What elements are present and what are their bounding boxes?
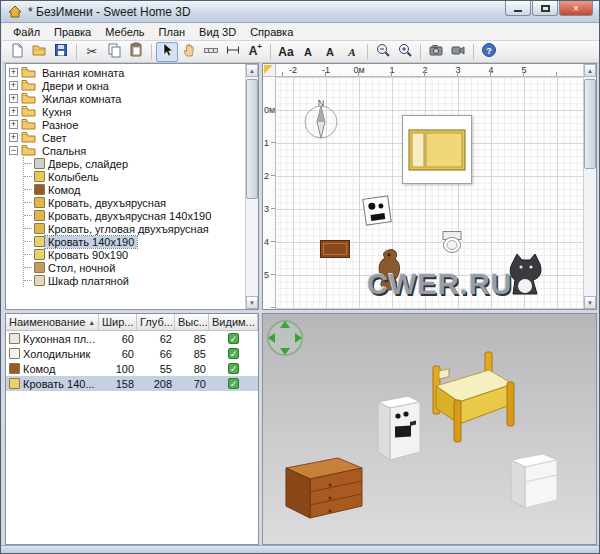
catalog-category[interactable]: +Двери и окна bbox=[9, 79, 245, 92]
create-photo-button[interactable] bbox=[425, 42, 447, 62]
horizontal-splitter[interactable] bbox=[5, 310, 259, 313]
column-header[interactable]: Глуб... bbox=[137, 314, 175, 330]
menu-3[interactable]: Мебель bbox=[98, 24, 151, 40]
catalog-item[interactable]: Кровать, двухъярусная 140x190 bbox=[24, 209, 245, 222]
furniture-height-cell: 85 bbox=[175, 333, 209, 345]
catalog-item[interactable]: Колыбель bbox=[24, 170, 245, 183]
furniture-thumbnail-icon bbox=[34, 262, 45, 273]
view-3d-panel[interactable] bbox=[262, 313, 597, 545]
collapse-icon[interactable]: − bbox=[9, 146, 18, 155]
catalog-category-label: Спальня bbox=[39, 145, 89, 157]
plan-scrollbar[interactable]: ▲ ▼ bbox=[583, 64, 596, 309]
pan-tool-button[interactable] bbox=[178, 42, 200, 62]
table-row[interactable]: Комод1005580✓ bbox=[6, 361, 258, 376]
catalog-item[interactable]: Шкаф платяной bbox=[24, 274, 245, 287]
stove-plan-item[interactable] bbox=[362, 195, 392, 225]
svg-text:+: + bbox=[257, 42, 262, 51]
italic-button[interactable]: А bbox=[341, 42, 363, 62]
column-header[interactable]: Выс... bbox=[175, 314, 209, 330]
scroll-down-icon[interactable]: ▼ bbox=[246, 296, 258, 309]
furniture-visible-cell[interactable]: ✓ bbox=[209, 363, 258, 374]
watermark-cat-icon bbox=[503, 252, 547, 300]
table-row[interactable]: Кровать 140...15820870✓ bbox=[6, 376, 258, 391]
svg-text:?: ? bbox=[486, 46, 492, 56]
catalog-category[interactable]: +Жилая комната bbox=[9, 92, 245, 105]
furniture-visible-cell[interactable]: ✓ bbox=[209, 333, 258, 344]
catalog-category[interactable]: −Спальня bbox=[9, 144, 245, 157]
help-button[interactable]: ? bbox=[478, 42, 500, 62]
paste-button[interactable] bbox=[125, 42, 147, 62]
catalog-item[interactable]: Дверь, слайдер bbox=[24, 157, 245, 170]
column-header[interactable]: Наименование▲ bbox=[6, 314, 99, 330]
decrease-text-size-button[interactable]: А bbox=[297, 42, 319, 62]
scrollbar-thumb[interactable] bbox=[246, 79, 258, 199]
zoom-in-icon bbox=[397, 42, 413, 61]
expand-icon[interactable]: + bbox=[9, 68, 18, 77]
table-header-row: Наименование▲Шир...Глуб...Выс...Видим... bbox=[6, 314, 258, 331]
expand-icon[interactable]: + bbox=[9, 81, 18, 90]
table-row[interactable]: Холодильник606685✓ bbox=[6, 346, 258, 361]
catalog-scrollbar[interactable]: ▲ ▼ bbox=[245, 64, 258, 309]
cut-button[interactable]: ✂ bbox=[81, 42, 103, 62]
select-tool-button[interactable] bbox=[156, 42, 178, 62]
catalog-item-label: Кровать, двухъярусная 140x190 bbox=[45, 210, 214, 222]
scrollbar-thumb[interactable] bbox=[584, 79, 596, 169]
zoom-in-button[interactable] bbox=[394, 42, 416, 62]
hand-icon bbox=[181, 42, 197, 61]
column-header[interactable]: Видим... bbox=[209, 314, 258, 330]
bed-plan-item[interactable] bbox=[402, 115, 472, 184]
table-row[interactable]: Кухонная пл...606285✓ bbox=[6, 331, 258, 346]
new-plan-button[interactable] bbox=[6, 42, 28, 62]
catalog-item-label: Кровать, угловая двухъярусная bbox=[45, 223, 212, 235]
copy-button[interactable] bbox=[103, 42, 125, 62]
v-ruler-label: 3 bbox=[264, 204, 269, 214]
menu-6[interactable]: Справка bbox=[243, 24, 300, 40]
menu-1[interactable]: Файл bbox=[6, 24, 47, 40]
create-video-button[interactable] bbox=[447, 42, 469, 62]
catalog-item[interactable]: Кровать 140x190 bbox=[24, 235, 245, 248]
vertical-splitter[interactable] bbox=[259, 63, 262, 545]
stove-3d-object bbox=[374, 392, 424, 464]
dresser-plan-item[interactable] bbox=[320, 240, 350, 258]
catalog-category[interactable]: +Кухня bbox=[9, 105, 245, 118]
minimize-button[interactable] bbox=[505, 1, 531, 16]
catalog-category[interactable]: +Свет bbox=[9, 131, 245, 144]
scroll-up-icon[interactable]: ▲ bbox=[246, 64, 258, 77]
menu-5[interactable]: Вид 3D bbox=[192, 24, 243, 40]
catalog-category[interactable]: +Разное bbox=[9, 118, 245, 131]
furniture-visible-cell[interactable]: ✓ bbox=[209, 378, 258, 389]
increase-text-size-button[interactable]: Аа bbox=[275, 42, 297, 62]
open-button[interactable] bbox=[28, 42, 50, 62]
catalog-category[interactable]: +Ванная комната bbox=[9, 66, 245, 79]
close-button[interactable]: × bbox=[559, 1, 593, 16]
expand-icon[interactable]: + bbox=[9, 107, 18, 116]
catalog-item[interactable]: Кровать, угловая двухъярусная bbox=[24, 222, 245, 235]
add-text-button[interactable]: A+ bbox=[244, 42, 266, 62]
bold-button[interactable]: А bbox=[319, 42, 341, 62]
column-header[interactable]: Шир... bbox=[99, 314, 137, 330]
furniture-visible-cell[interactable]: ✓ bbox=[209, 348, 258, 359]
furniture-width-cell: 100 bbox=[99, 363, 137, 375]
zoom-out-button[interactable] bbox=[372, 42, 394, 62]
scroll-up-icon[interactable]: ▲ bbox=[584, 64, 596, 77]
expand-icon[interactable]: + bbox=[9, 133, 18, 142]
create-dimensions-button[interactable] bbox=[222, 42, 244, 62]
maximize-button[interactable] bbox=[532, 1, 558, 16]
compass-icon[interactable]: N bbox=[299, 97, 343, 143]
scroll-down-icon[interactable]: ▼ bbox=[584, 296, 596, 309]
catalog-item[interactable]: Кровать 90x190 bbox=[24, 248, 245, 261]
expand-icon[interactable]: + bbox=[9, 94, 18, 103]
menu-bar: ФайлПравкаМебельПланВид 3DСправка bbox=[2, 23, 600, 41]
navigation-control-icon[interactable] bbox=[265, 318, 305, 360]
catalog-item[interactable]: Кровать, двухъярусная bbox=[24, 196, 245, 209]
menu-4[interactable]: План bbox=[152, 24, 193, 40]
catalog-item[interactable]: Комод bbox=[24, 183, 245, 196]
plan-view-panel[interactable]: -2-10м12345 0м12345 N bbox=[262, 63, 597, 310]
save-button[interactable] bbox=[50, 42, 72, 62]
expand-icon[interactable]: + bbox=[9, 120, 18, 129]
create-walls-button[interactable] bbox=[200, 42, 222, 62]
toilet-plan-item[interactable] bbox=[440, 230, 464, 256]
menu-2[interactable]: Правка bbox=[47, 24, 98, 40]
title-bar[interactable]: * БезИмени - Sweet Home 3D × bbox=[1, 1, 599, 23]
catalog-item[interactable]: Стол, ночной bbox=[24, 261, 245, 274]
